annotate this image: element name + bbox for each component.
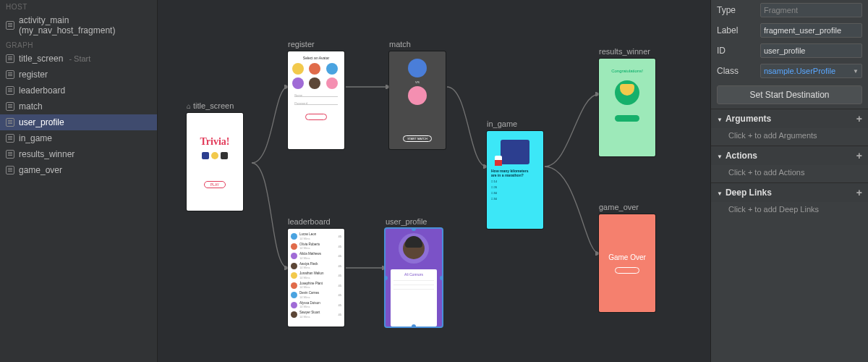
leaderboard-row: Olivia Roberts14 Wins45 <box>291 242 341 252</box>
start-suffix: - Start <box>69 54 90 63</box>
node-label: results_winner <box>599 47 650 56</box>
preview-in-game: How many kilometers are in a marathon? □… <box>487 131 543 229</box>
leaderboard-row: Alicia Mathews14 Wins45 <box>291 251 341 261</box>
prop-val-class[interactable]: nsample.UserProfile ▼ <box>760 64 862 78</box>
prop-val-type[interactable]: Fragment <box>760 3 862 17</box>
graph-item-user_profile[interactable]: user_profile <box>0 114 157 130</box>
node-in-game[interactable]: in_game How many kilometers are in a mar… <box>487 119 543 229</box>
deeplinks-hint[interactable]: Click + to add Deep Links <box>711 202 868 219</box>
chevron-down-icon: ▼ <box>717 117 723 123</box>
node-label: ⌂ title_screen <box>187 101 234 110</box>
graph-item-label: title_screen <box>19 54 63 64</box>
actions-hint[interactable]: Click + to add Actions <box>711 165 868 182</box>
layout-file-icon <box>6 54 14 63</box>
layout-file-icon <box>6 166 14 174</box>
chevron-down-icon: ▼ <box>853 68 859 75</box>
node-register[interactable]: register Select an Avatar Name Password <box>288 40 344 149</box>
leaderboard-row: Alyssa Dotson14 Wins45 <box>291 300 341 311</box>
graph-item-match[interactable]: match <box>0 98 157 114</box>
node-leaderboard[interactable]: leaderboard Lucas Leon14 Wins45Olivia Ro… <box>288 217 344 327</box>
add-deeplink-icon[interactable]: + <box>856 187 862 198</box>
graph-item-results_winner[interactable]: results_winner <box>0 146 157 162</box>
layout-file-icon <box>6 70 14 79</box>
add-action-icon[interactable]: + <box>856 150 862 161</box>
node-title-screen[interactable]: ⌂ title_screen Trivia! PLAY <box>187 101 243 211</box>
preview-results-winner: Congratulations! <box>599 59 655 156</box>
layout-file-icon <box>6 86 14 95</box>
host-item[interactable]: activity_main (my_nav_host_fragment) <box>0 12 157 38</box>
layout-file-icon <box>6 21 14 30</box>
chevron-down-icon: ▼ <box>717 190 723 197</box>
host-item-label: activity_main (my_nav_host_fragment) <box>19 15 151 35</box>
node-results-winner[interactable]: results_winner Congratulations! <box>599 47 655 156</box>
prop-key-type: Type <box>717 5 753 15</box>
leaderboard-row: Devin Carnes14 Wins45 <box>291 290 341 300</box>
node-label: leaderboard <box>288 217 331 226</box>
destinations-panel: HOST activity_main (my_nav_host_fragment… <box>0 0 158 362</box>
node-label: user_profile <box>386 217 427 226</box>
chevron-down-icon: ▼ <box>717 153 723 160</box>
host-header: HOST <box>0 0 157 12</box>
graph-item-label: results_winner <box>19 149 75 159</box>
preview-title-screen: Trivia! PLAY <box>187 113 243 211</box>
layout-file-icon <box>6 118 14 127</box>
graph-item-label: in_game <box>19 133 52 143</box>
graph-header: GRAPH <box>0 38 157 51</box>
graph-item-register[interactable]: register <box>0 67 157 83</box>
home-icon: ⌂ <box>187 102 191 110</box>
leaderboard-row: Sawyer Stuart14 Wins45 <box>291 310 341 320</box>
prop-val-label[interactable]: fragment_user_profile <box>760 23 862 38</box>
section-actions-header[interactable]: ▼Actions + <box>711 146 868 165</box>
graph-item-in_game[interactable]: in_game <box>0 130 157 146</box>
layout-file-icon <box>6 150 14 159</box>
attributes-panel: Type Fragment Label fragment_user_profil… <box>710 0 868 362</box>
section-arguments-header[interactable]: ▼Arguments + <box>711 109 868 128</box>
node-match[interactable]: match vs START MATCH <box>389 40 446 149</box>
leaderboard-row: Lucas Leon14 Wins45 <box>291 232 341 242</box>
graph-item-leaderboard[interactable]: leaderboard <box>0 83 157 98</box>
graph-item-game_over[interactable]: game_over <box>0 162 157 178</box>
set-start-destination-button[interactable]: Set Start Destination <box>717 85 862 104</box>
graph-item-label: register <box>19 70 48 80</box>
leaderboard-row: Aasiya Fleck14 Wins45 <box>291 261 341 272</box>
leaderboard-row: Josephine Plant14 Wins45 <box>291 281 341 291</box>
prop-key-id: ID <box>717 46 753 56</box>
node-label: in_game <box>487 119 517 128</box>
add-argument-icon[interactable]: + <box>856 113 862 125</box>
graph-item-label: game_over <box>19 165 62 175</box>
node-label: register <box>288 40 315 49</box>
preview-register: Select an Avatar Name Password <box>288 51 344 149</box>
layout-file-icon <box>6 134 14 143</box>
graph-item-label: user_profile <box>19 117 64 127</box>
prop-key-label: Label <box>717 25 753 35</box>
layout-file-icon <box>6 102 14 111</box>
prop-val-id[interactable]: user_profile <box>760 43 862 58</box>
leaderboard-row: Jonathan Walton14 Wins45 <box>291 271 341 281</box>
graph-item-label: match <box>19 101 43 111</box>
graph-item-title_screen[interactable]: title_screen - Start <box>0 51 157 67</box>
preview-user-profile: Ali Connors <box>386 229 442 327</box>
node-game-over[interactable]: game_over Game Over <box>599 203 655 312</box>
section-deeplinks-header[interactable]: ▼Deep Links + <box>711 183 868 202</box>
preview-match: vs START MATCH <box>389 51 446 149</box>
preview-game-over: Game Over <box>599 214 655 312</box>
graph-item-label: leaderboard <box>19 85 65 96</box>
node-label: match <box>389 40 411 49</box>
nav-graph-canvas[interactable]: ⌂ title_screen Trivia! PLAY register Sel… <box>158 0 710 362</box>
node-label: game_over <box>599 203 639 211</box>
arguments-hint[interactable]: Click + to add Arguments <box>711 128 868 146</box>
prop-key-class: Class <box>717 66 753 76</box>
node-user-profile[interactable]: user_profile Ali Connors <box>386 217 442 327</box>
preview-leaderboard: Lucas Leon14 Wins45Olivia Roberts14 Wins… <box>288 229 344 327</box>
